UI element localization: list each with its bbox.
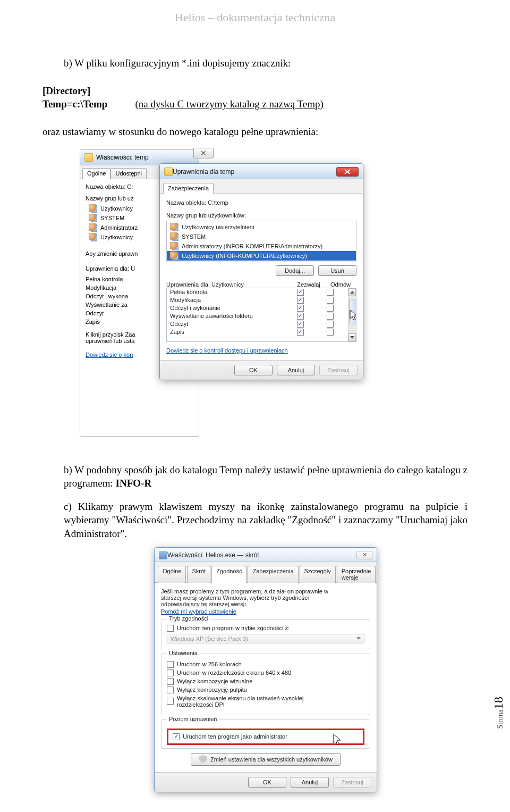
users-icon	[170, 252, 178, 260]
perm-row: Odczyt i wykonanie	[167, 304, 348, 312]
compat-mode-combo[interactable]: Windows XP (Service Pack 3)	[167, 634, 364, 643]
compat-hint1: Jeśli masz problemy z tym programem, a d…	[161, 588, 370, 595]
deny-checkbox[interactable]	[327, 329, 334, 336]
cursor-icon	[333, 734, 342, 746]
allow-checkbox[interactable]	[297, 321, 304, 328]
allow-checkbox[interactable]	[297, 305, 304, 312]
group-settings-legend: Ustawienia	[167, 650, 200, 656]
cancel-button[interactable]: Anuluj	[277, 365, 315, 375]
permissions-dialog-front: Uprawnienia dla temp Zabezpieczenia Nazw…	[159, 163, 363, 380]
compat-mode-checkbox[interactable]	[167, 625, 174, 632]
change-all-users-button[interactable]: Zmień ustawienia dla wszystkich użytkown…	[191, 753, 341, 766]
visual-compositions-label: Wyłącz kompozycje wizualne	[177, 678, 252, 684]
cursor-icon	[350, 309, 356, 321]
shield-icon	[199, 755, 207, 764]
body-line-b1: b) W pliku konfiguracyjnym *.ini dopisuj…	[42, 56, 468, 70]
colors-256-label: Uruchom w 256 kolorach	[177, 661, 242, 667]
close-button-back[interactable]: ✕	[193, 148, 214, 158]
users-icon	[170, 242, 178, 250]
tab-security[interactable]: Zabezpieczenia	[248, 566, 298, 583]
tab-details[interactable]: Szczegóły	[300, 566, 336, 583]
perm-row: Modyfikacja	[167, 296, 348, 304]
desktop-composition-label: Wyłącz kompozycję pulpitu	[177, 687, 247, 693]
scroll-up-button[interactable]	[348, 288, 356, 296]
tab-compat[interactable]: Zgodność	[211, 566, 246, 583]
cancel-button[interactable]: Anuluj	[291, 777, 329, 788]
deny-checkbox[interactable]	[327, 289, 334, 296]
combo-value: Windows XP (Service Pack 3)	[171, 635, 248, 642]
page-number: Strona18	[491, 697, 506, 729]
desktop-composition-checkbox[interactable]	[167, 687, 174, 693]
dpi-scaling-checkbox[interactable]	[167, 698, 174, 705]
allow-checkbox[interactable]	[297, 313, 304, 320]
tab-security[interactable]: Zabezpieczenia	[163, 183, 214, 194]
document-header: Helios – dokumentacja techniczna	[42, 11, 468, 24]
users-icon	[89, 223, 97, 232]
tab-general-back[interactable]: Ogólne	[82, 168, 110, 179]
deny-checkbox[interactable]	[327, 305, 334, 312]
perm-row: Zapis	[167, 328, 348, 336]
run-as-admin-label: Uruchom ten program jako administrator	[183, 733, 287, 740]
chevron-down-icon	[356, 637, 361, 640]
users-icon	[89, 204, 97, 213]
groups-listbox[interactable]: Użytkownicy uwierzytelnieni SYSTEM Admin…	[166, 221, 356, 262]
group-item[interactable]: SYSTEM	[167, 232, 356, 241]
compat-hint3: odpowiadający tej starszej wersji.	[161, 601, 370, 607]
directory-block-line2-key: Temp=c:\Temp	[42, 97, 107, 111]
res-640-checkbox[interactable]	[167, 669, 174, 676]
users-icon	[89, 233, 97, 241]
allow-checkbox[interactable]	[297, 329, 304, 336]
perm-row: Odczyt	[167, 320, 348, 328]
tab-general[interactable]: Ogólne	[158, 566, 186, 583]
group-privilege-legend: Poziom uprawnień	[167, 716, 219, 722]
group-settings: Ustawienia Uruchom w 256 kolorach Urucho…	[161, 654, 370, 715]
group-compat-mode: Tryb zgodności Uruchom ten program w try…	[161, 619, 370, 649]
allow-checkbox[interactable]	[297, 289, 304, 296]
group-item[interactable]: Użytkownicy uwierzytelnieni	[167, 222, 356, 232]
group-compat-legend: Tryb zgodności	[167, 615, 210, 622]
learn-link[interactable]: Dowiedz sie o kontroli dostępu i uprawni…	[166, 347, 356, 354]
body-line-permissions: oraz ustawiamy w stosunku do nowego kata…	[42, 125, 468, 139]
apply-button[interactable]: Zastosuj	[333, 777, 371, 788]
group-item[interactable]: Administratorzy (INFOR-KOMPUTER\Administ…	[167, 241, 356, 251]
visual-compositions-checkbox[interactable]	[167, 678, 174, 685]
front-groups-label: Nazwy grup lub użytkowników:	[166, 212, 356, 219]
admin-highlight-box: Uruchom ten program jako administrator	[167, 729, 364, 745]
close-button[interactable]	[336, 167, 359, 177]
tab-shortcut[interactable]: Skrót	[187, 566, 210, 583]
front-dialog-title: Uprawnienia dla temp	[173, 168, 234, 175]
tab-sharing-back[interactable]: Udostępni	[110, 168, 147, 179]
res-640-label: Uruchom w rozdzielczości ekranu 640 x 48…	[177, 669, 291, 676]
deny-checkbox[interactable]	[327, 297, 334, 304]
close-button[interactable]: ✕	[356, 551, 372, 559]
body-line-b2: b) W podobny sposób jak do katalogu Temp…	[42, 463, 468, 490]
perm-for-label: Uprawnienia dla: Użytkownicy	[166, 281, 293, 288]
deny-checkbox[interactable]	[327, 321, 334, 328]
ok-button[interactable]: OK	[234, 365, 273, 375]
compat-dialog-title: Właściwości: Helios.exe — skrót	[167, 551, 259, 559]
ok-button[interactable]: OK	[248, 777, 286, 788]
users-icon	[89, 214, 97, 222]
remove-button[interactable]: Usuń	[318, 265, 356, 276]
compat-mode-label: Uruchom ten program w trybie zgodności z…	[177, 625, 290, 631]
allow-checkbox[interactable]	[297, 297, 304, 304]
users-icon	[170, 223, 178, 231]
folder-icon	[84, 153, 93, 162]
colors-256-checkbox[interactable]	[167, 661, 174, 668]
compat-properties-dialog: Właściwości: Helios.exe — skrót ✕ Ogólne…	[154, 547, 377, 792]
scroll-down-button[interactable]	[348, 333, 356, 341]
front-object-label: Nazwa obiektu: C:\temp	[166, 199, 356, 206]
body-line-c: c) Klikamy prawym klawiszem myszy na iko…	[42, 500, 468, 541]
permissions-listbox[interactable]: Pełna kontrola Modyfikacja Odczyt i wyko…	[166, 288, 356, 342]
compat-hint2: starszej wersji systemu Windows, wybierz…	[161, 595, 370, 601]
apply-button[interactable]: Zastosuj	[319, 365, 358, 375]
help-link[interactable]: Pomóż mi wybrać ustawienie	[161, 608, 370, 615]
run-as-admin-checkbox[interactable]	[173, 733, 180, 740]
tab-prev-versions[interactable]: Poprzednie wersje	[337, 566, 376, 583]
add-button[interactable]: Dodaj...	[276, 265, 314, 276]
dpi-scaling-label: Wyłącz skalowanie ekranu dla ustawień wy…	[177, 695, 303, 708]
group-item-selected[interactable]: Użytkownicy (INFOR-KOMPUTER\Użytkownicy)	[167, 251, 356, 261]
deny-checkbox[interactable]	[327, 313, 334, 320]
users-icon	[170, 232, 178, 241]
shortcut-icon	[159, 551, 167, 559]
